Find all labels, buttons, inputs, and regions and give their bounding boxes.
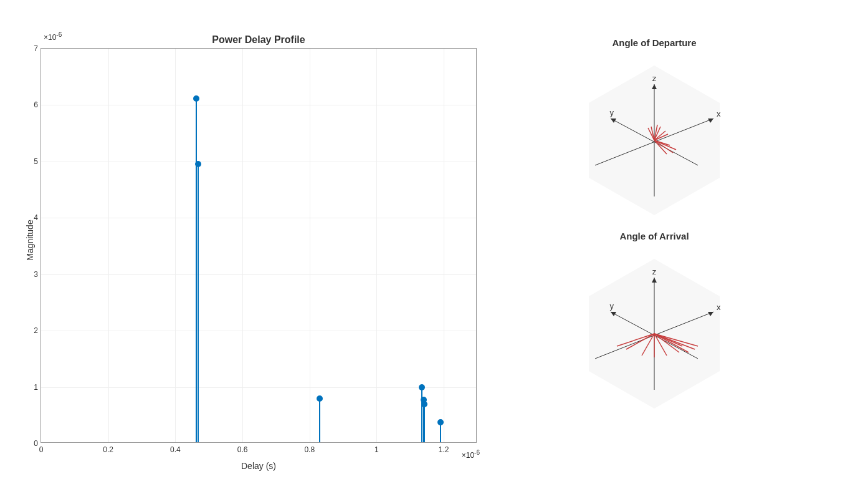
stem-marker — [193, 95, 199, 102]
x-label: x — [717, 109, 721, 119]
stem-line — [424, 403, 425, 442]
power-delay-profile-chart: Power Delay Profile ×10-6 Magnitude 0123… — [41, 37, 477, 443]
x-tick-label: 1 — [374, 445, 379, 454]
y-axis-label: Magnitude — [25, 220, 35, 260]
y-tick-label: 1 — [34, 383, 38, 392]
gridline-h — [41, 274, 476, 275]
stem-marker — [437, 419, 444, 425]
gridline-v — [242, 49, 243, 442]
gridline-h — [41, 105, 476, 105]
chart-title: Power Delay Profile — [41, 34, 477, 46]
gridline-h — [41, 387, 476, 388]
x-tick-label: 0.2 — [103, 445, 113, 454]
angle-of-departure-chart: Angle of Departure z x y — [561, 37, 748, 225]
x-tick-label: 0.6 — [237, 445, 248, 454]
y-tick-label: 5 — [34, 157, 38, 166]
gridline-v — [310, 49, 310, 442]
x-tick-label: 0.4 — [170, 445, 181, 454]
gridline-h — [41, 218, 476, 218]
x-label: x — [717, 303, 721, 312]
stem-marker — [421, 401, 427, 407]
gridline-h — [41, 331, 476, 331]
stem-marker — [419, 384, 425, 390]
x-axis-exponent: ×10-6 — [462, 449, 480, 460]
plot-area: 0123456700.20.40.60.811.2 — [41, 48, 477, 443]
angle-of-arrival-chart: Angle of Arrival z x y — [561, 231, 748, 418]
gridline-v — [376, 49, 377, 442]
y-label: y — [610, 301, 614, 311]
aod-plot: z x y — [567, 59, 742, 221]
aoa-plot: z x y — [567, 253, 742, 415]
y-tick-label: 2 — [34, 326, 38, 335]
gridline-v — [444, 49, 444, 442]
gridline-h — [41, 162, 476, 162]
aoa-title: Angle of Arrival — [561, 231, 748, 241]
stem-line — [196, 97, 197, 442]
stem-marker — [317, 395, 323, 402]
y-tick-label: 4 — [34, 213, 38, 222]
y-tick-label: 3 — [34, 270, 38, 279]
z-label: z — [652, 74, 657, 83]
y-label: y — [610, 108, 614, 117]
gridline-v — [175, 49, 176, 442]
x-axis-label: Delay (s) — [41, 461, 477, 471]
stem-line — [198, 163, 199, 442]
stem-marker — [195, 161, 201, 167]
x-tick-label: 0 — [39, 445, 44, 454]
figure-container: Power Delay Profile ×10-6 Magnitude 0123… — [0, 0, 868, 489]
stem-line — [421, 386, 422, 442]
y-axis-exponent: ×10-6 — [44, 31, 62, 42]
x-tick-label: 1.2 — [439, 445, 449, 454]
y-tick-label: 6 — [34, 100, 38, 109]
aod-title: Angle of Departure — [561, 37, 748, 48]
stem-line — [319, 397, 320, 442]
y-tick-label: 0 — [34, 439, 38, 448]
gridline-v — [108, 49, 109, 442]
y-tick-label: 7 — [34, 44, 38, 53]
x-tick-label: 0.8 — [304, 445, 315, 454]
z-label: z — [652, 267, 657, 276]
